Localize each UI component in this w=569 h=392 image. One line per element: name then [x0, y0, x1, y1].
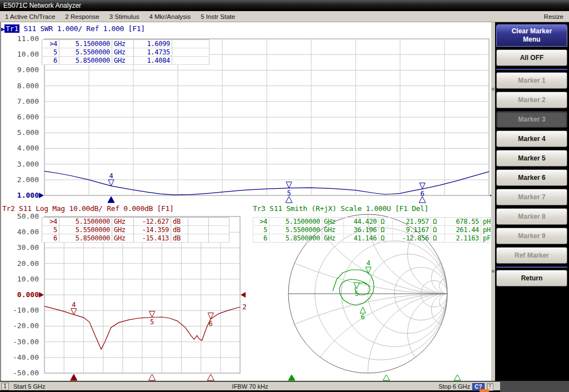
analyzer-window: E5071C Network Analyzer 1 Active Ch/Trac… — [0, 0, 569, 392]
taskbar-notification — [480, 389, 489, 392]
softkey-menu-title: Clear Marker Menu — [496, 24, 567, 47]
marker-table-cell: 678.55 — [445, 218, 481, 226]
svg-text:6.000: 6.000 — [17, 113, 39, 121]
softkey-marker-4[interactable]: Marker 4 — [496, 130, 567, 147]
tr2-marker-table: >45.1500000GHz-12.627dB55.5500000GHz-14.… — [42, 217, 229, 243]
marker-table-cell: -14.359 — [134, 226, 171, 234]
marker-table-cell: 5 — [253, 226, 269, 234]
tr1-header: ▶Tr1 S11 SWR 1.000/ Ref 1.000 [F1] — [1, 24, 145, 33]
marker-table-cell: Ω — [379, 234, 393, 243]
marker-table-cell: 1.4084 — [134, 57, 172, 65]
marker-table-row: >45.1500000GHz-12.627dB — [42, 218, 229, 226]
marker-table-row: >45.1500000GHz44.420Ω21.957Ω678.55pH — [253, 218, 498, 226]
menu-item-mkr-analysis[interactable]: 4 Mkr/Analysis — [144, 13, 196, 20]
marker-table-cell: GHz — [112, 218, 134, 226]
svg-text:5: 5 — [150, 318, 154, 326]
svg-text:0.000: 0.000 — [17, 290, 39, 299]
marker-table-cell — [172, 40, 209, 48]
softkey-marker-3[interactable]: Marker 3 — [496, 111, 567, 128]
menu-item-active-ch-trace[interactable]: 1 Active Ch/Trace — [0, 13, 60, 20]
ref-level-arrow — [39, 193, 44, 198]
marker-table-cell: 5.8500000 — [59, 234, 112, 243]
marker-table-cell: 44.420 — [344, 218, 379, 226]
svg-text:-40.00: -40.00 — [13, 353, 39, 361]
svg-text:6: 6 — [209, 320, 213, 328]
softkey-marker-1[interactable]: Marker 1 — [496, 72, 567, 89]
softkey-marker-5[interactable]: Marker 5 — [496, 150, 567, 167]
marker-table-cell: dB — [171, 218, 188, 226]
softkey-marker-9[interactable]: Marker 9 — [496, 228, 567, 244]
marker-table-cell: >4 — [42, 40, 59, 48]
marker-table-cell: 21.957 — [393, 218, 431, 226]
svg-text:4: 4 — [72, 301, 76, 309]
marker-table-cell: 1.6099 — [134, 40, 172, 48]
marker-table-cell: GHz — [322, 226, 344, 234]
svg-text:5.000: 5.000 — [17, 128, 39, 137]
svg-text:3.000: 3.000 — [17, 160, 39, 168]
svg-text:4.000: 4.000 — [17, 144, 39, 152]
svg-text:9.000: 9.000 — [17, 66, 39, 74]
marker-table-cell — [172, 48, 209, 57]
svg-text:5: 5 — [287, 189, 291, 197]
softkey-return[interactable]: Return — [496, 270, 567, 287]
marker-table-cell: 5.5500000 — [269, 226, 322, 234]
marker-indicator — [360, 307, 366, 313]
marker-indicator — [383, 375, 390, 380]
marker-indicator — [207, 374, 214, 380]
marker-table-cell — [188, 218, 209, 226]
marker-table-cell — [209, 226, 229, 234]
softkey-ref-marker[interactable]: Ref Marker — [496, 247, 567, 264]
marker-indicator — [149, 374, 156, 380]
softkey-marker-2[interactable]: Marker 2 — [496, 92, 567, 108]
marker-table-cell: -15.413 — [134, 234, 171, 243]
ref-level-arrow — [241, 292, 246, 298]
ifbw-label: IFBW 70 kHz — [0, 383, 500, 390]
marker-table-cell: Ω — [431, 226, 445, 234]
softkey-all-off[interactable]: All OFF — [496, 49, 567, 66]
menu-item-resize[interactable]: Resize — [538, 13, 569, 20]
marker-indicator — [354, 283, 360, 289]
marker-table-cell: >4 — [42, 218, 59, 226]
svg-text:8.000: 8.000 — [17, 82, 39, 90]
marker-table-cell: 5.1500000 — [269, 218, 322, 226]
marker-table-row: 65.8500000GHz41.146Ω-12.856Ω2.1163pF — [253, 234, 498, 243]
tr1-header-text: S11 SWR 1.000/ Ref 1.000 [F1] — [19, 24, 145, 33]
menu-item-instr-state[interactable]: 5 Instr State — [196, 13, 240, 20]
marker-table-cell: 5 — [42, 48, 59, 57]
marker-table-cell: >4 — [253, 218, 269, 226]
marker-table-cell: Ω — [379, 218, 393, 226]
marker-table-cell: 261.44 — [445, 226, 481, 234]
title-bar: E5071C Network Analyzer — [0, 0, 569, 11]
svg-text:4: 4 — [109, 172, 113, 180]
softkey-marker-8[interactable]: Marker 8 — [496, 208, 567, 225]
svg-text:20.00: 20.00 — [17, 259, 39, 268]
svg-text:10.00: 10.00 — [17, 50, 39, 58]
menu-scrollbar[interactable] — [491, 22, 495, 381]
softkey-panel: Clear Marker Menu All OFF Marker 1 Marke… — [495, 22, 569, 381]
svg-text:-30.00: -30.00 — [13, 338, 39, 346]
marker-indicator — [286, 197, 292, 203]
svg-text:-20.00: -20.00 — [13, 321, 39, 330]
status-bar: 1 Start 5 GHz IFBW 70 kHz Stop 6 GHz C? … — [0, 381, 500, 390]
display-area: 11.0010.009.0008.0007.0006.0005.0004.000… — [0, 22, 491, 381]
marker-indicator — [288, 375, 295, 380]
marker-indicator — [71, 374, 77, 380]
marker-indicator — [108, 197, 114, 203]
bottom-bar: 1 Start 5 GHz IFBW 70 kHz Stop 6 GHz C? … — [0, 381, 569, 392]
svg-text:10.00: 10.00 — [17, 275, 39, 283]
tr1-badge: Tr1 — [4, 24, 19, 33]
tr1-marker-table: >45.1500000GHz1.609955.5500000GHz1.47356… — [42, 39, 209, 65]
svg-text:50.00: 50.00 — [17, 212, 39, 220]
svg-text:40.00: 40.00 — [17, 228, 39, 236]
marker-table-row: >45.1500000GHz1.6099 — [42, 40, 209, 48]
marker-table-cell: 6 — [42, 57, 59, 65]
menu-item-stimulus[interactable]: 3 Stimulus — [104, 13, 144, 20]
tr3-header: Tr3 S11 Smith (R+jX) Scale 1.000U [F1 De… — [253, 204, 428, 213]
svg-text:-50.00: -50.00 — [13, 369, 39, 377]
marker-table-cell: GHz — [322, 234, 344, 243]
menu-item-response[interactable]: 2 Response — [60, 13, 104, 20]
softkey-marker-6[interactable]: Marker 6 — [496, 169, 567, 186]
ref-level-arrow — [39, 292, 44, 298]
softkey-marker-7[interactable]: Marker 7 — [496, 189, 567, 205]
svg-text:5: 5 — [355, 290, 358, 298]
